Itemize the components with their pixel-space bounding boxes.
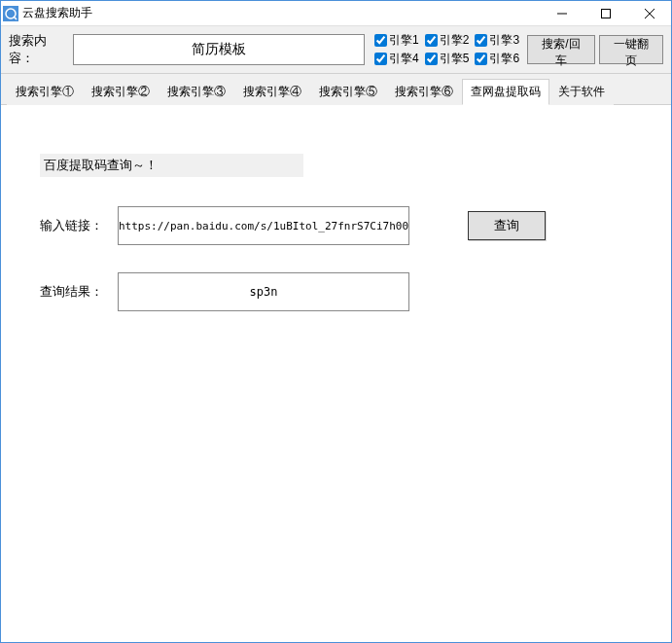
search-button[interactable]: 搜索/回车 bbox=[527, 35, 594, 64]
url-input[interactable] bbox=[118, 206, 409, 245]
flip-page-button[interactable]: 一键翻页 bbox=[599, 35, 663, 64]
tab-engine-2[interactable]: 搜索引擎② bbox=[83, 79, 159, 105]
minimize-icon bbox=[557, 9, 567, 18]
query-button[interactable]: 查询 bbox=[468, 211, 546, 240]
window-title: 云盘搜索助手 bbox=[22, 5, 92, 21]
engine-checkbox-4[interactable] bbox=[374, 53, 387, 65]
engine-checkbox-5[interactable] bbox=[425, 53, 438, 65]
engine-checkbox-2[interactable] bbox=[425, 34, 438, 47]
close-icon bbox=[645, 9, 654, 18]
app-icon bbox=[3, 6, 18, 21]
engine-checkbox-group: 引擎1 引擎2 引擎3 引擎4 引擎5 引擎6 bbox=[374, 32, 519, 67]
panel-heading: 百度提取码查询～！ bbox=[40, 154, 303, 177]
url-label: 输入链接： bbox=[40, 217, 118, 234]
minimize-button[interactable] bbox=[540, 1, 584, 26]
engine-check-5[interactable]: 引擎5 bbox=[425, 51, 470, 67]
result-value: sp3n bbox=[118, 272, 409, 311]
engine-check-1[interactable]: 引擎1 bbox=[374, 32, 419, 49]
tab-content-panel: 百度提取码查询～！ 输入链接： 查询 查询结果： sp3n bbox=[1, 105, 671, 642]
url-input-row: 输入链接： 查询 bbox=[40, 206, 632, 245]
maximize-button[interactable] bbox=[584, 1, 627, 26]
maximize-icon bbox=[601, 9, 611, 18]
engine-check-3[interactable]: 引擎3 bbox=[475, 32, 519, 49]
tab-engine-6[interactable]: 搜索引擎⑥ bbox=[386, 79, 462, 105]
result-label: 查询结果： bbox=[40, 283, 118, 301]
engine-checkbox-3[interactable] bbox=[475, 34, 487, 47]
engine-checkbox-1[interactable] bbox=[374, 34, 387, 47]
tab-engine-1[interactable]: 搜索引擎① bbox=[7, 79, 83, 105]
engine-check-4[interactable]: 引擎4 bbox=[374, 51, 419, 67]
search-input[interactable] bbox=[73, 34, 365, 65]
search-label: 搜索内容： bbox=[9, 32, 67, 67]
tabs-row: 搜索引擎① 搜索引擎② 搜索引擎③ 搜索引擎④ 搜索引擎⑤ 搜索引擎⑥ 查网盘提… bbox=[1, 74, 671, 105]
tab-engine-5[interactable]: 搜索引擎⑤ bbox=[310, 79, 386, 105]
svg-rect-4 bbox=[601, 9, 610, 18]
engine-checkbox-6[interactable] bbox=[475, 53, 487, 65]
search-toolbar: 搜索内容： 引擎1 引擎2 引擎3 引擎4 引擎5 引擎6 搜索/回车 一键翻页 bbox=[1, 26, 671, 74]
engine-check-6[interactable]: 引擎6 bbox=[475, 51, 519, 67]
result-row: 查询结果： sp3n bbox=[40, 272, 632, 311]
tab-engine-4[interactable]: 搜索引擎④ bbox=[234, 79, 310, 105]
tab-engine-3[interactable]: 搜索引擎③ bbox=[159, 79, 234, 105]
titlebar: 云盘搜索助手 bbox=[1, 1, 671, 26]
engine-check-2[interactable]: 引擎2 bbox=[425, 32, 470, 49]
app-window: 云盘搜索助手 搜索内容： 引擎1 引擎2 引擎3 引擎4 引擎5 引擎6 搜索/… bbox=[0, 0, 672, 643]
close-button[interactable] bbox=[627, 1, 671, 26]
tab-extract-code[interactable]: 查网盘提取码 bbox=[462, 79, 549, 105]
tab-about[interactable]: 关于软件 bbox=[549, 79, 614, 105]
